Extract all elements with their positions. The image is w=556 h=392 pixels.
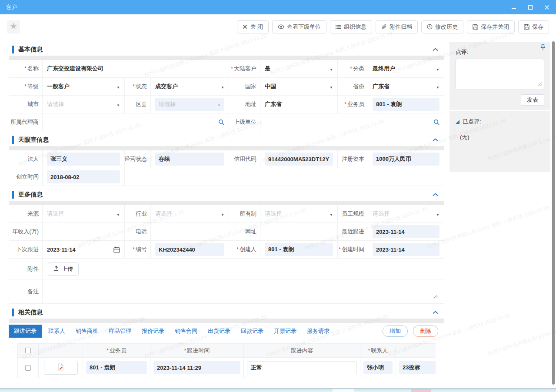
save-and-close-button[interactable]: 保存并关闭 [467,20,515,33]
tab-follow-records[interactable]: 跟进记录 [9,325,42,338]
expand-triangle-icon[interactable] [456,120,459,124]
ownership-select[interactable]: 请选择 [260,205,338,223]
tab-service-requests[interactable]: 服务请求 [303,325,333,338]
follow-records-table: 业务员 跟进时间 跟进内容 联系人 销售商机 [17,343,436,378]
column-salesman: 业务员 [83,344,150,357]
chevron-up-icon[interactable] [433,48,438,51]
address-field[interactable]: 广东省 [260,96,338,113]
main-content: 基本信息 名称 广东交投建设有限公司 大陆客户 是 分类 最终用户 等级 一般客… [0,39,556,388]
view-sub-units-button[interactable]: 查看下级单位 [272,20,326,33]
section-header-tianyancha: 天眼查信息 [9,134,444,146]
taskbar-item [411,389,431,392]
desktop-taskbar-strip [0,388,556,392]
level-select[interactable]: 一般客户 [43,78,125,96]
customer-form: 基本信息 名称 广东交投建设有限公司 大陆客户 是 分类 最终用户 等级 一般客… [9,43,444,378]
pin-icon[interactable] [540,44,546,52]
cell-opportunity: 23投标 [396,358,436,378]
name-field[interactable]: 广东交投建设有限公司 [43,60,229,78]
chevron-down-icon [221,83,224,90]
parent-unit-field[interactable] [260,113,444,131]
code-field[interactable]: KH202342440 [151,241,229,259]
search-icon[interactable] [433,119,439,125]
select-all-checkbox[interactable] [25,348,31,353]
resize-handle-icon[interactable] [537,81,542,88]
district-select[interactable]: 请选择 [151,96,229,113]
org-info-button[interactable]: 组织信息 [330,20,372,33]
mainland-select[interactable]: 是 [260,60,338,78]
remark-textarea[interactable] [47,282,439,302]
creator-field[interactable]: 801 - 袁朗 [260,241,338,259]
founded-date-field[interactable]: 2018-08-02 [43,168,125,186]
favorite-button[interactable] [7,20,20,33]
modify-history-button[interactable]: 修改历史 [421,20,463,33]
section-title: 天眼查信息 [18,136,49,144]
attachment-archive-button[interactable]: 附件归档 [376,20,418,33]
source-select[interactable]: 请选择 [43,205,125,223]
agent-field[interactable] [43,113,229,131]
legal-person-field[interactable]: 张三义 [43,150,125,168]
remark-cell [43,279,444,304]
publish-comment-button[interactable]: 发表 [521,94,544,106]
tab-sales-opportunities[interactable]: 销售商机 [72,325,102,338]
section-title: 更多信息 [18,191,43,199]
resize-handle-icon[interactable] [433,293,438,300]
category-select[interactable]: 最终用户 [368,60,444,78]
window-titlebar: 客户 [0,0,556,14]
vertical-scrollbar[interactable] [552,41,555,385]
legal-person-label: 法人 [9,150,43,168]
close-window-icon[interactable] [544,4,550,10]
tab-invoice-records[interactable]: 开票记录 [270,325,300,338]
operating-status-field[interactable]: 存续 [151,150,229,168]
registered-capital-field[interactable]: 1000万人民币 [368,150,444,168]
staff-size-select[interactable]: 请选择 [368,205,444,223]
create-time-field[interactable]: 2023-11-14 [368,241,444,259]
save-button[interactable]: 保存 [518,20,549,33]
form-row: 年收入(万) 电话 网址 最近跟进 2023-11-14 [9,223,444,241]
calendar-icon[interactable] [113,246,120,253]
tab-quote-records[interactable]: 报价记录 [138,325,168,338]
row-checkbox[interactable] [25,365,31,371]
province-select[interactable]: 广东省 [368,78,444,96]
maximize-icon[interactable] [527,4,533,10]
column-contact: 联系人 [360,344,396,357]
chevron-down-icon [330,66,333,72]
upload-button[interactable]: 上传 [48,262,79,276]
chevron-down-icon [436,66,439,72]
delete-button[interactable]: 删除 [413,326,438,337]
credit-code-field[interactable]: 91442000MA523DT12Y [260,150,338,168]
chevron-up-icon[interactable] [433,138,438,142]
industry-select[interactable]: 请选择 [151,205,229,223]
annual-income-field[interactable] [43,223,125,241]
close-x-icon [243,24,247,29]
country-select[interactable]: 中国 [260,78,338,96]
chevron-up-icon[interactable] [433,311,438,314]
address-label: 地址 [229,96,260,113]
tab-contacts[interactable]: 联系人 [44,325,69,338]
chevron-down-icon [117,83,120,90]
section-accent-bar [12,46,14,53]
eye-icon [278,24,284,29]
next-follow-label: 下次跟进 [9,241,43,259]
last-follow-field[interactable]: 2023-11-14 [368,223,444,241]
next-follow-field[interactable]: 2023-11-14 [43,241,125,259]
status-select[interactable]: 成交客户 [151,78,229,96]
tab-sales-contracts[interactable]: 销售合同 [171,325,201,338]
tab-shipment-records[interactable]: 出货记录 [204,325,234,338]
chevron-up-icon[interactable] [433,193,438,196]
search-icon[interactable] [218,119,224,125]
creator-label: 创建人 [229,241,260,259]
close-button[interactable]: 关 闭 [237,20,269,33]
remark-label: 备注 [9,279,43,304]
section-divider [9,146,444,150]
tab-payment-records[interactable]: 回款记录 [237,325,267,338]
comment-textarea[interactable] [456,59,544,90]
add-button[interactable]: 增加 [383,326,408,337]
salesman-field[interactable]: 801 - 袁朗 [368,96,444,113]
edit-record-button[interactable] [44,361,78,375]
minimize-icon[interactable] [511,4,517,10]
city-select[interactable]: 请选择 [43,96,125,113]
tab-sample-management[interactable]: 样品管理 [105,325,135,338]
website-field[interactable] [260,223,338,241]
form-row: 创立时间 2018-08-02 [9,168,444,186]
phone-field[interactable] [151,223,229,241]
